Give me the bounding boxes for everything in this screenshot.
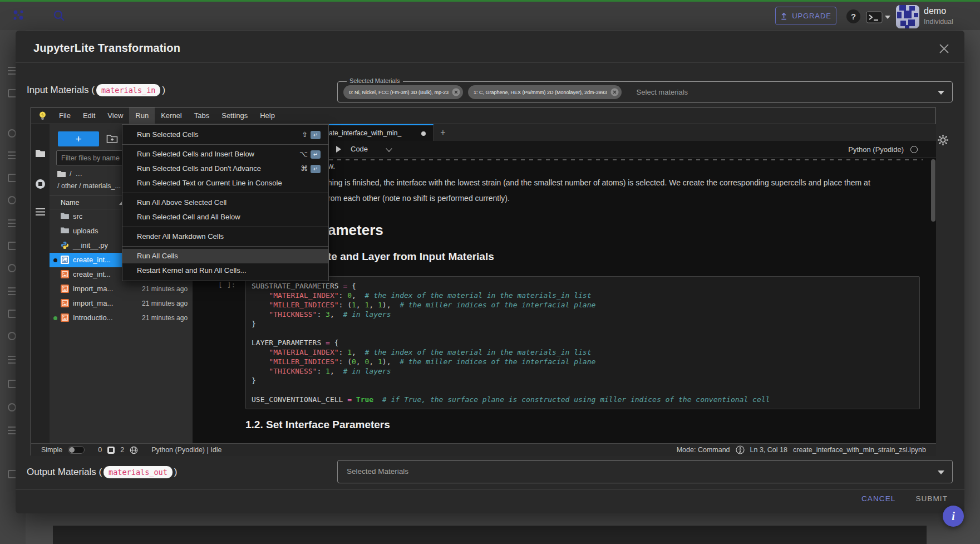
selected-materials-chips: 0: Ni, Nickel, FCC (Fm-3m) 3D (Bulk), mp… — [343, 85, 688, 99]
material-chip-label: 0: Ni, Nickel, FCC (Fm-3m) 3D (Bulk), mp… — [349, 90, 449, 95]
app-logo-icon[interactable] — [11, 8, 27, 26]
info-button[interactable]: i — [943, 506, 964, 527]
breadcrumb-ellipsis[interactable]: … — [75, 170, 82, 178]
mode-indicator: Mode: Command — [677, 446, 730, 454]
caret-down-icon — [885, 16, 890, 19]
file-name: import_ma... — [73, 299, 113, 307]
run-cell-icon[interactable] — [336, 146, 341, 153]
jupyterlite-logo-icon — [38, 111, 47, 120]
sidebar-icon[interactable] — [8, 264, 16, 272]
python-file-icon — [61, 241, 69, 249]
jupyterlite-frame: File Edit View Run Kernel Tabs Settings … — [31, 107, 935, 455]
code-editor[interactable]: SUBSTRATE_PARAMETERS = { "MATERIAL_INDEX… — [245, 276, 920, 409]
menu-item-run-all-cells[interactable]: Run All Cells — [122, 249, 328, 263]
jupyterlite-transformation-dialog: JupyterLite Transformation Input Materia… — [16, 31, 964, 513]
kernel-name[interactable]: Python (Pyodide) — [848, 145, 904, 154]
menu-help[interactable]: Help — [254, 107, 281, 124]
sidebar-icon[interactable] — [8, 196, 16, 204]
menu-kernel[interactable]: Kernel — [155, 107, 188, 124]
new-tab-button[interactable]: + — [438, 128, 448, 138]
kernel-status-text[interactable]: Python (Pyodide) | Idle — [151, 446, 221, 454]
upgrade-label: UPGRADE — [792, 12, 831, 20]
enter-key-icon: ↵ — [311, 150, 321, 159]
menu-tabs[interactable]: Tabs — [188, 107, 215, 124]
menu-item-label: Run Selected Cell and All Below — [137, 210, 240, 224]
section-heading-fragment: ameters — [328, 222, 383, 239]
notebook-scrollbar[interactable] — [931, 159, 935, 222]
menu-edit[interactable]: Edit — [77, 107, 101, 124]
jupyter-status-bar: Simple 0 2 Python (Pyodide) | Idle Mode:… — [31, 443, 936, 456]
file-modified-time: 21 minutes ago — [142, 285, 188, 293]
materials-out-code-badge: materials_out — [104, 466, 173, 478]
output-materials-label: Output Materials (materials_out) — [27, 462, 177, 482]
select-materials-placeholder: Select materials — [637, 88, 688, 96]
avatar[interactable] — [896, 5, 919, 28]
search-icon[interactable] — [52, 9, 66, 25]
open-file-dot-icon — [53, 258, 57, 262]
terminal-menu-button[interactable] — [866, 11, 890, 23]
dropdown-caret-icon[interactable] — [938, 91, 944, 95]
dropdown-caret-icon[interactable] — [938, 471, 944, 474]
menu-item-run-selected-cells-and-insert-below[interactable]: Run Selected Cells and Insert Below⌥↵ — [122, 147, 328, 161]
cancel-button[interactable]: CANCEL — [861, 494, 895, 503]
menu-view[interactable]: View — [101, 107, 129, 124]
menu-item-label: Run Selected Text or Current Line in Con… — [137, 176, 282, 190]
material-chip[interactable]: 0: Ni, Nickel, FCC (Fm-3m) 3D (Bulk), mp… — [343, 85, 463, 99]
output-materials-field[interactable]: Selected Materials — [337, 460, 953, 483]
running-sessions-tab-icon[interactable] — [35, 179, 46, 192]
jupyter-left-tab-strip — [31, 124, 50, 443]
sessions-icon — [107, 447, 115, 454]
chip-remove-icon[interactable] — [610, 88, 619, 96]
file-browser-tab-icon[interactable] — [35, 149, 46, 160]
menu-item-render-all-markdown-cells[interactable]: Render All Markdown Cells — [122, 229, 328, 244]
file-row-import-ma[interactable]: import_ma...21 minutes ago — [50, 282, 193, 296]
menu-divider — [122, 144, 328, 145]
table-of-contents-tab-icon[interactable] — [35, 208, 46, 218]
new-launcher-button[interactable]: + — [58, 131, 99, 146]
sidebar-icon[interactable] — [8, 403, 16, 411]
file-name: uploads — [73, 227, 99, 235]
header-divider — [16, 62, 964, 63]
material-chip[interactable]: 1: C, Graphene, HEX (P6/mmm) 2D (Monolay… — [468, 85, 622, 99]
menu-item-run-all-above-selected-cell[interactable]: Run All Above Selected Cell — [122, 195, 328, 210]
settings-gear-icon[interactable] — [937, 134, 949, 146]
breadcrumb[interactable]: / … — [57, 170, 82, 178]
output-materials-placeholder: Selected Materials — [347, 467, 408, 476]
menu-divider — [122, 193, 328, 193]
file-row-import-ma[interactable]: import_ma...21 minutes ago — [50, 296, 193, 311]
menu-item-run-selected-cell-and-all-below[interactable]: Run Selected Cell and All Below — [122, 210, 328, 224]
menu-settings[interactable]: Settings — [215, 107, 254, 124]
close-button[interactable] — [935, 40, 953, 57]
upgrade-button[interactable]: UPGRADE — [775, 7, 836, 25]
menu-item-restart-kernel-and-run-all-cells[interactable]: Restart Kernel and Run All Cells... — [122, 263, 328, 278]
menu-item-run-selected-text-or-current-line-in-console[interactable]: Run Selected Text or Current Line in Con… — [122, 176, 328, 190]
file-modified-time: 21 minutes ago — [142, 300, 188, 307]
menu-item-run-selected-cells[interactable]: Run Selected Cells⇧↵ — [122, 128, 328, 142]
menu-item-label: Run Selected Cells and Don't Advance — [137, 161, 261, 176]
selected-materials-field[interactable]: Selected Materials 0: Ni, Nickel, FCC (F… — [337, 81, 953, 102]
input-materials-label: Input Materials (materials_in) — [27, 80, 165, 100]
code-line: "MILLER_INDICES": (0, 0, 1), # the mille… — [252, 357, 914, 366]
menu-run[interactable]: Run — [129, 107, 155, 124]
submit-button[interactable]: SUBMIT — [915, 494, 948, 503]
sidebar-icon[interactable] — [8, 332, 16, 340]
background-panel — [53, 526, 927, 544]
modifier-key-icon: ⌥ — [299, 147, 308, 161]
notebook-tab[interactable]: ate_interface_with_min_ — [314, 124, 434, 141]
folder-icon — [61, 227, 69, 235]
code-line: SUBSTRATE_PARAMETERS = { — [252, 281, 914, 291]
menu-item-label: Render All Markdown Cells — [137, 229, 224, 244]
file-row-introductio[interactable]: Introductio...21 minutes ago — [50, 311, 193, 325]
code-line — [252, 329, 914, 338]
sidebar-icon[interactable] — [8, 129, 16, 138]
material-chip-label: 1: C, Graphene, HEX (P6/mmm) 2D (Monolay… — [474, 90, 607, 95]
cell-type-select[interactable]: Code — [351, 145, 368, 153]
notebook-tab-label: ate_interface_with_min_ — [329, 129, 401, 137]
simple-mode-toggle[interactable] — [68, 446, 85, 454]
chip-remove-icon[interactable] — [452, 88, 460, 96]
menu-file[interactable]: File — [53, 107, 77, 124]
help-icon[interactable]: ? — [846, 9, 860, 23]
menu-item-run-selected-cells-and-don-t-advance[interactable]: Run Selected Cells and Don't Advance⌘↵ — [122, 161, 328, 176]
new-folder-button[interactable] — [106, 134, 118, 146]
cell-type-caret-icon[interactable] — [386, 145, 392, 151]
